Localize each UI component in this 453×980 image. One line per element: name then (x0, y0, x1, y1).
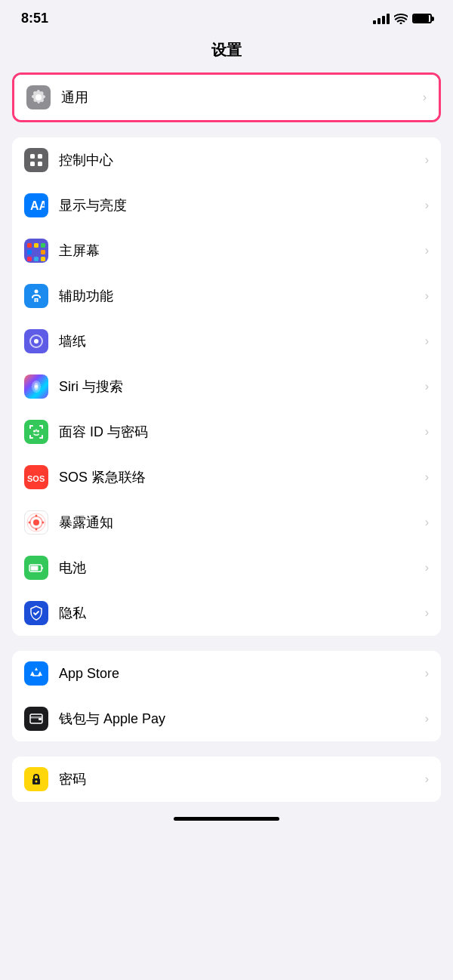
svg-rect-9 (34, 250, 39, 254)
wallpaper-icon (24, 329, 48, 353)
svg-rect-8 (27, 250, 32, 254)
battery-label: 电池 (59, 559, 422, 577)
svg-rect-22 (42, 425, 43, 429)
svg-text:AA: AA (30, 199, 45, 212)
faceid-chevron: › (425, 425, 429, 439)
faceid-label: 面容 ID 与密码 (59, 423, 422, 441)
settings-item-passwords[interactable]: 密码 › (12, 757, 441, 802)
svg-rect-13 (41, 257, 45, 261)
svg-rect-1 (38, 154, 42, 159)
svg-rect-3 (38, 162, 42, 166)
svg-rect-39 (31, 566, 39, 571)
wallpaper-chevron: › (425, 334, 429, 348)
settings-item-siri[interactable]: Siri 与搜索 › (12, 364, 441, 409)
home-indicator (174, 817, 279, 821)
password-section: 密码 › (12, 757, 441, 802)
general-icon (26, 85, 51, 109)
accessibility-chevron: › (425, 289, 429, 303)
control-center-icon (24, 148, 48, 172)
exposure-chevron: › (425, 516, 429, 529)
svg-rect-44 (39, 718, 42, 720)
status-time: 8:51 (21, 11, 48, 26)
settings-item-sos[interactable]: SOS SOS 紧急联络 › (12, 455, 441, 500)
siri-label: Siri 与搜索 (59, 378, 422, 396)
sos-icon: SOS (24, 465, 48, 489)
settings-item-general[interactable]: 通用 › (14, 75, 439, 120)
settings-item-display[interactable]: AA 显示与亮度 › (12, 183, 441, 228)
sos-chevron: › (425, 470, 429, 484)
control-center-label: 控制中心 (59, 151, 422, 169)
svg-point-34 (35, 529, 38, 531)
page-title: 设置 (0, 32, 453, 72)
svg-rect-43 (30, 717, 42, 718)
accessibility-label: 辅助功能 (59, 287, 422, 305)
svg-rect-24 (29, 437, 33, 439)
settings-item-accessibility[interactable]: 辅助功能 › (12, 273, 441, 319)
wallet-label: 钱包与 Apple Pay (59, 710, 422, 728)
display-label: 显示与亮度 (59, 196, 422, 214)
svg-point-46 (35, 781, 38, 783)
sos-label: SOS 紧急联络 (59, 468, 422, 486)
signal-icon (373, 14, 390, 24)
settings-item-homescreen[interactable]: 主屏幕 › (12, 228, 441, 273)
svg-point-27 (33, 430, 35, 433)
settings-item-exposure[interactable]: 暴露通知 › (12, 500, 441, 545)
accessibility-icon (24, 284, 48, 308)
svg-rect-2 (30, 162, 35, 166)
settings-item-privacy[interactable]: 隐私 › (12, 590, 441, 636)
svg-point-35 (29, 522, 31, 524)
passwords-icon (24, 767, 48, 791)
svg-rect-26 (39, 437, 43, 439)
settings-item-appstore[interactable]: App Store › (12, 651, 441, 696)
general-section: 通用 › (12, 72, 441, 122)
svg-rect-6 (34, 243, 39, 248)
settings-item-wallet[interactable]: 钱包与 Apple Pay › (12, 696, 441, 741)
exposure-label: 暴露通知 (59, 513, 422, 532)
homescreen-label: 主屏幕 (59, 242, 422, 260)
svg-point-18 (35, 385, 38, 388)
settings-item-control-center[interactable]: 控制中心 › (12, 137, 441, 183)
svg-point-33 (35, 515, 38, 517)
svg-rect-11 (27, 257, 32, 261)
settings-item-wallpaper[interactable]: 墙纸 › (12, 319, 441, 364)
svg-rect-10 (41, 250, 45, 254)
privacy-label: 隐私 (59, 604, 422, 622)
wallet-chevron: › (425, 712, 429, 726)
svg-rect-5 (27, 243, 32, 248)
appstore-label: App Store (59, 666, 422, 682)
svg-point-30 (33, 519, 39, 525)
appstore-icon (24, 661, 48, 686)
appstore-chevron: › (425, 667, 429, 680)
settings-item-faceid[interactable]: 面容 ID 与密码 › (12, 409, 441, 455)
settings-item-battery[interactable]: 电池 › (12, 545, 441, 590)
svg-rect-7 (41, 243, 45, 248)
display-icon: AA (24, 193, 48, 217)
svg-point-14 (35, 290, 39, 294)
display-chevron: › (425, 199, 429, 212)
display-section: 控制中心 › AA 显示与亮度 › 主屏幕 › (12, 137, 441, 636)
battery-chevron: › (425, 561, 429, 575)
passwords-chevron: › (425, 772, 429, 786)
store-section: App Store › 钱包与 Apple Pay › (12, 651, 441, 741)
svg-rect-20 (29, 425, 31, 429)
general-chevron: › (423, 91, 427, 104)
svg-rect-0 (30, 154, 35, 159)
svg-text:SOS: SOS (27, 474, 45, 483)
wifi-icon (394, 14, 408, 24)
svg-point-36 (42, 522, 45, 524)
wallpaper-label: 墙纸 (59, 332, 422, 350)
homescreen-icon (24, 239, 48, 263)
svg-point-28 (37, 430, 39, 433)
faceid-icon (24, 420, 48, 444)
privacy-chevron: › (425, 606, 429, 620)
homescreen-chevron: › (425, 244, 429, 257)
general-label: 通用 (61, 88, 420, 106)
status-icons (373, 14, 432, 24)
battery-icon (24, 556, 48, 580)
battery-status-icon (412, 14, 432, 23)
status-bar: 8:51 (0, 0, 453, 32)
svg-point-15 (34, 339, 39, 344)
siri-chevron: › (425, 380, 429, 393)
svg-rect-12 (34, 257, 39, 261)
control-center-chevron: › (425, 153, 429, 167)
